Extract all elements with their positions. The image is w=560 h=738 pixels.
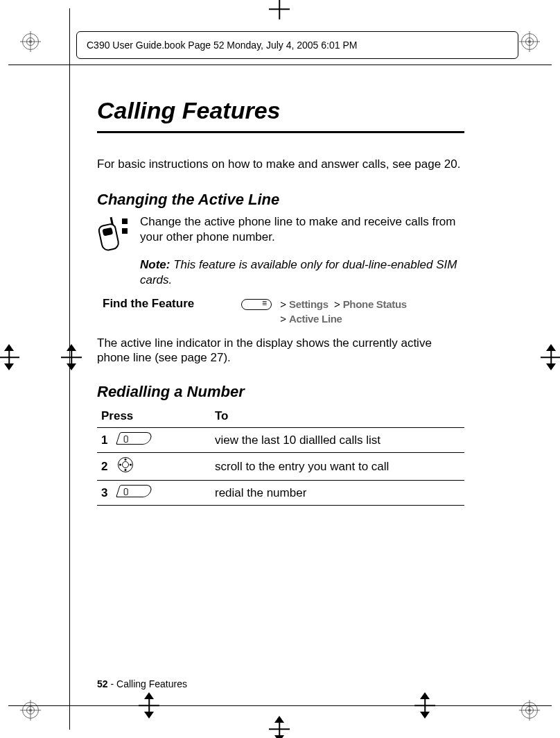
step-desc: redial the number <box>211 481 464 506</box>
crop-mark-icon <box>269 719 290 738</box>
find-feature-label: Find the Feature <box>103 297 241 326</box>
intro-text: For basic instructions on how to make an… <box>97 157 464 171</box>
page-number: 52 <box>97 678 108 689</box>
menu-key-icon <box>241 299 272 310</box>
section-heading: Redialling a Number <box>97 383 464 401</box>
find-feature-row: Find the Feature >Settings >Phone Status… <box>103 297 464 326</box>
registration-mark-icon <box>22 702 39 719</box>
step-desc: scroll to the entry you want to call <box>211 453 464 481</box>
step-number: 1 <box>97 428 114 453</box>
frame-line <box>8 65 552 65</box>
registration-mark-icon <box>521 33 538 50</box>
registration-mark-icon <box>521 702 538 719</box>
step-desc: view the last 10 diallled calls list <box>211 428 464 453</box>
crop-mark-icon <box>269 0 290 19</box>
note-label: Note: <box>140 258 170 271</box>
section-intro-text: Change the active phone line to make and… <box>140 214 464 253</box>
step-key <box>114 428 211 453</box>
document-header: C390 User Guide.book Page 52 Monday, Jul… <box>76 31 518 59</box>
frame-line <box>69 8 70 730</box>
step-number: 3 <box>97 481 114 506</box>
nav-step: Active Line <box>289 313 342 325</box>
crop-mark-icon <box>61 347 82 368</box>
note-text: Note: This feature is available only for… <box>140 257 464 287</box>
send-key-icon <box>116 432 153 445</box>
section-heading: Changing the Active Line <box>97 191 464 209</box>
page-footer: 52 - Calling Features <box>97 678 187 689</box>
nav-step: Settings <box>289 298 329 310</box>
document-header-text: C390 User Guide.book Page 52 Monday, Jul… <box>87 40 357 51</box>
crop-mark-icon <box>0 347 19 368</box>
page-content: Calling Features For basic instructions … <box>97 97 464 506</box>
step-number: 2 <box>97 453 114 481</box>
dual-line-phone-icon <box>97 214 132 253</box>
section-body-text: The active line indicator in the display… <box>97 336 464 366</box>
table-header-press: Press <box>97 406 211 428</box>
table-row: 2 scroll to the entry you want to call <box>97 453 464 481</box>
nav-step: Phone Status <box>343 298 407 310</box>
step-key <box>114 481 211 506</box>
table-row: 3 redial the number <box>97 481 464 506</box>
page-title: Calling Features <box>97 97 464 133</box>
note-body: This feature is available only for dual-… <box>140 258 457 286</box>
steps-table: Press To 1 view the last 10 diallled cal… <box>97 406 464 506</box>
find-feature-path: >Settings >Phone Status >Active Line <box>241 297 407 326</box>
crop-mark-icon <box>541 347 560 368</box>
registration-mark-icon <box>22 33 39 50</box>
footer-section: Calling Features <box>116 678 187 689</box>
frame-line <box>8 705 552 706</box>
send-key-icon <box>116 485 153 497</box>
footer-separator: - <box>108 678 116 689</box>
step-key <box>114 453 211 481</box>
table-header-to: To <box>211 406 464 428</box>
nav-key-icon <box>118 457 133 472</box>
table-row: 1 view the last 10 diallled calls list <box>97 428 464 453</box>
